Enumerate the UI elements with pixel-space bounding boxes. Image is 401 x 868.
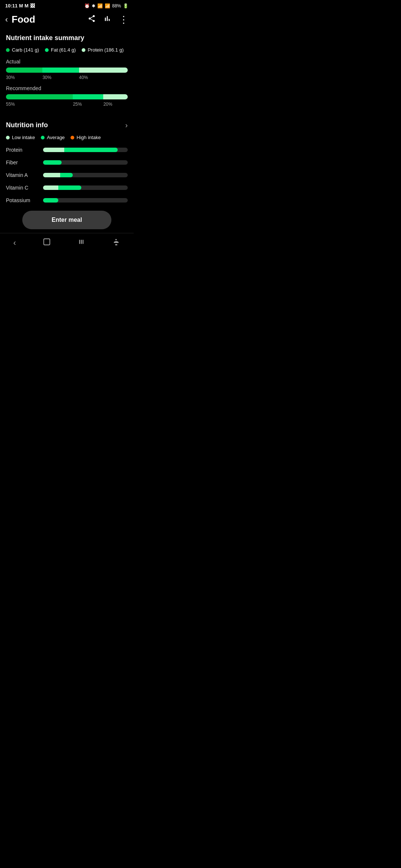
fiber-label: Fiber bbox=[6, 160, 43, 165]
enter-meal-button[interactable]: Enter meal bbox=[22, 211, 111, 229]
recommended-protein-pct: 20% bbox=[103, 102, 128, 107]
vitamin-a-label: Vitamin A bbox=[6, 172, 43, 178]
protein-bar-low bbox=[43, 148, 64, 152]
low-intake-dot bbox=[6, 136, 10, 139]
carb-label: Carb (141 g) bbox=[12, 47, 39, 53]
battery-pct: 88% bbox=[112, 3, 121, 9]
wifi-icon: 📶 bbox=[97, 3, 103, 9]
bottom-back-button[interactable]: ‹ bbox=[13, 238, 16, 248]
vitamin-c-bar bbox=[43, 185, 128, 190]
nutrition-info-title: Nutrition info bbox=[6, 121, 48, 129]
actual-carb-segment bbox=[6, 68, 42, 73]
nutrition-info-section: Nutrition info › Low intake Average High… bbox=[6, 121, 128, 203]
top-nav: ‹ Food ⋮ bbox=[0, 10, 134, 30]
gmail2-icon: M bbox=[25, 3, 29, 9]
alarm-icon: ⏰ bbox=[84, 3, 90, 9]
svg-rect-0 bbox=[44, 239, 50, 245]
status-time: 10:11 M M 🖼 bbox=[5, 3, 35, 9]
legend-carb: Carb (141 g) bbox=[6, 47, 39, 53]
actual-bar bbox=[6, 68, 128, 73]
vitamin-c-row: Vitamin C bbox=[6, 185, 128, 191]
vitamin-a-bar bbox=[43, 173, 128, 177]
nutrient-summary-title: Nutrient intake summary bbox=[6, 34, 128, 42]
carb-dot bbox=[6, 48, 10, 52]
protein-label: Protein (186.1 g) bbox=[88, 47, 124, 53]
fat-label: Fat (61.4 g) bbox=[51, 47, 76, 53]
recommended-percentages: 55% 25% 20% bbox=[6, 102, 128, 107]
intake-legend: Low intake Average High intake bbox=[6, 135, 128, 140]
recommended-fat-segment bbox=[73, 94, 103, 99]
potassium-row: Potassium bbox=[6, 197, 128, 203]
actual-label: Actual bbox=[6, 59, 128, 65]
recommended-fat-pct: 25% bbox=[73, 102, 103, 107]
back-button[interactable]: ‹ bbox=[5, 15, 8, 24]
vitamin-a-row: Vitamin A bbox=[6, 172, 128, 178]
status-bar: 10:11 M M 🖼 ⏰ ✱ 📶 📶 88% 🔋 bbox=[0, 0, 134, 10]
fat-dot bbox=[45, 48, 49, 52]
recommended-carb-segment bbox=[6, 94, 73, 99]
protein-dot bbox=[82, 48, 85, 52]
average-dot bbox=[41, 136, 45, 139]
actual-fat-pct: 30% bbox=[42, 75, 79, 80]
nutrient-summary-section: Nutrient intake summary Carb (141 g) Fat… bbox=[6, 34, 128, 107]
nav-left: ‹ Food bbox=[5, 14, 35, 25]
vitamin-c-bar-low bbox=[43, 185, 58, 190]
chevron-right-icon[interactable]: › bbox=[125, 121, 128, 129]
legend-high-intake: High intake bbox=[71, 135, 101, 140]
recommended-label: Recommended bbox=[6, 85, 128, 91]
more-options-button[interactable]: ⋮ bbox=[119, 15, 128, 24]
bottom-user-button[interactable] bbox=[112, 238, 120, 248]
nutrient-legend: Carb (141 g) Fat (61.4 g) Protein (186.1… bbox=[6, 47, 128, 53]
protein-row: Protein bbox=[6, 147, 128, 153]
recommended-protein-segment bbox=[103, 94, 128, 99]
protein-label: Protein bbox=[6, 147, 43, 153]
bottom-nav: ‹ bbox=[0, 233, 134, 251]
chart-button[interactable] bbox=[103, 14, 111, 24]
status-icons: ⏰ ✱ 📶 📶 88% 🔋 bbox=[84, 3, 128, 9]
nutrition-info-header[interactable]: Nutrition info › bbox=[6, 121, 128, 129]
vitamin-a-bar-low bbox=[43, 173, 60, 177]
fiber-bar-fill bbox=[43, 160, 62, 165]
actual-protein-pct: 40% bbox=[79, 75, 128, 80]
legend-fat: Fat (61.4 g) bbox=[45, 47, 76, 53]
actual-protein-segment bbox=[79, 68, 128, 73]
photo-icon: 🖼 bbox=[30, 3, 35, 9]
bottom-home-button[interactable] bbox=[43, 238, 51, 248]
gmail-icon: M bbox=[19, 3, 23, 9]
legend-average: Average bbox=[41, 135, 65, 140]
high-intake-dot bbox=[71, 136, 74, 139]
fiber-row: Fiber bbox=[6, 160, 128, 165]
bluetooth-icon: ✱ bbox=[92, 3, 95, 9]
recommended-bar bbox=[6, 94, 128, 99]
time: 10:11 bbox=[5, 3, 17, 9]
battery-icon: 🔋 bbox=[123, 3, 128, 9]
bottom-recent-button[interactable] bbox=[77, 238, 85, 248]
protein-bar-fill bbox=[64, 148, 118, 152]
actual-percentages: 30% 30% 40% bbox=[6, 75, 128, 80]
signal-icon: 📶 bbox=[105, 3, 110, 9]
potassium-label: Potassium bbox=[6, 197, 43, 203]
potassium-bar-fill bbox=[43, 198, 58, 203]
vitamin-c-label: Vitamin C bbox=[6, 185, 43, 191]
fiber-bar bbox=[43, 160, 128, 165]
legend-protein: Protein (186.1 g) bbox=[82, 47, 124, 53]
low-intake-label: Low intake bbox=[12, 135, 35, 140]
vitamin-a-bar-fill bbox=[60, 173, 73, 177]
potassium-bar bbox=[43, 198, 128, 203]
protein-bar bbox=[43, 148, 128, 152]
high-intake-label: High intake bbox=[76, 135, 101, 140]
legend-low-intake: Low intake bbox=[6, 135, 35, 140]
average-label: Average bbox=[47, 135, 65, 140]
actual-carb-pct: 30% bbox=[6, 75, 42, 80]
recommended-carb-pct: 55% bbox=[6, 102, 73, 107]
actual-fat-segment bbox=[42, 68, 79, 73]
nav-right: ⋮ bbox=[88, 14, 128, 24]
share-button[interactable] bbox=[88, 14, 96, 24]
page-title: Food bbox=[12, 14, 35, 25]
vitamin-c-bar-fill bbox=[58, 185, 81, 190]
main-content: Nutrient intake summary Carb (141 g) Fat… bbox=[0, 30, 134, 203]
